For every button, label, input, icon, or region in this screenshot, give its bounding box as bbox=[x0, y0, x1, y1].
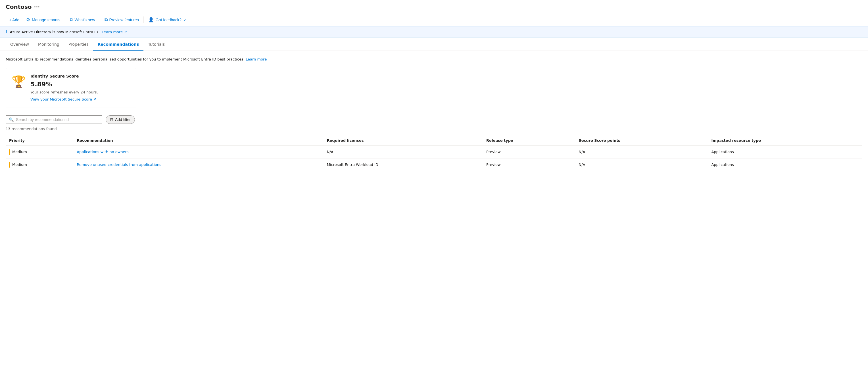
tab-overview[interactable]: Overview bbox=[6, 39, 33, 51]
app-title: Contoso ··· bbox=[6, 3, 862, 10]
whats-new-icon: ⧉ bbox=[70, 17, 73, 23]
score-content: Identity Secure Score 5.89% Your score r… bbox=[30, 74, 98, 101]
add-filter-label: Add filter bbox=[115, 117, 131, 122]
add-label: + Add bbox=[9, 18, 19, 22]
priority-bar bbox=[9, 162, 10, 168]
release-type-cell-1: Preview bbox=[483, 158, 575, 171]
secure-score-cell-0: N/A bbox=[575, 145, 708, 158]
col-release-type: Release type bbox=[483, 135, 575, 146]
required-licenses-cell-1: Microsoft Entra Workload ID bbox=[323, 158, 483, 171]
whats-new-button[interactable]: ⧉ What's new bbox=[66, 16, 98, 24]
tab-properties[interactable]: Properties bbox=[64, 39, 93, 51]
recommendations-table: Priority Recommendation Required license… bbox=[6, 135, 862, 171]
col-required-licenses: Required licenses bbox=[323, 135, 483, 146]
priority-bar bbox=[9, 149, 10, 155]
trophy-icon: 🏆 bbox=[12, 75, 26, 88]
view-secure-score-link[interactable]: View your Microsoft Secure Score ↗ bbox=[30, 97, 98, 101]
recommendations-table-container: Priority Recommendation Required license… bbox=[6, 135, 862, 171]
whats-new-label: What's new bbox=[75, 18, 95, 22]
got-feedback-button[interactable]: 👤 Got feedback? ∨ bbox=[145, 16, 189, 24]
filter-row: 🔍 ⊟ Add filter bbox=[6, 115, 862, 124]
manage-tenants-button[interactable]: ⚙ Manage tenants bbox=[23, 16, 64, 24]
toolbar-divider-1 bbox=[65, 17, 65, 23]
score-value: 5.89% bbox=[30, 81, 98, 88]
impacted-resource-cell-0: Applications bbox=[708, 145, 862, 158]
recommendation-cell-0: Applications with no owners bbox=[73, 145, 323, 158]
filter-icon: ⊟ bbox=[110, 117, 113, 122]
chevron-down-icon: ∨ bbox=[183, 18, 186, 22]
preview-features-button[interactable]: ⧉ Preview features bbox=[101, 16, 142, 24]
external-link-icon: ↗ bbox=[93, 97, 96, 101]
toolbar-divider-3 bbox=[144, 17, 144, 23]
release-type-cell-0: Preview bbox=[483, 145, 575, 158]
search-input[interactable] bbox=[16, 117, 95, 122]
results-count: 13 recommendations found bbox=[6, 127, 862, 131]
description-learn-more[interactable]: Learn more bbox=[246, 57, 267, 61]
tab-recommendations[interactable]: Recommendations bbox=[93, 39, 144, 51]
recommendation-cell-1: Remove unused credentials from applicati… bbox=[73, 158, 323, 171]
table-header: Priority Recommendation Required license… bbox=[6, 135, 862, 146]
tenant-name: Contoso bbox=[6, 3, 32, 10]
learn-more-label: Learn more bbox=[246, 57, 267, 61]
recommendation-link-1[interactable]: Remove unused credentials from applicati… bbox=[77, 162, 161, 167]
required-licenses-cell-0: N/A bbox=[323, 145, 483, 158]
secure-score-cell-1: N/A bbox=[575, 158, 708, 171]
score-refresh-text: Your score refreshes every 24 hours. bbox=[30, 90, 98, 94]
score-card: 🏆 Identity Secure Score 5.89% Your score… bbox=[6, 68, 136, 108]
manage-tenants-label: Manage tenants bbox=[32, 18, 60, 22]
table-row: Medium Applications with no owners N/A P… bbox=[6, 145, 862, 158]
impacted-resource-cell-1: Applications bbox=[708, 158, 862, 171]
priority-cell-0: Medium bbox=[6, 145, 73, 158]
info-banner-learn-more[interactable]: Learn more ↗ bbox=[102, 30, 127, 34]
toolbar: + Add ⚙ Manage tenants ⧉ What's new ⧉ Pr… bbox=[6, 13, 862, 26]
info-banner: ℹ Azure Active Directory is now Microsof… bbox=[0, 26, 868, 37]
manage-tenants-icon: ⚙ bbox=[26, 17, 30, 23]
preview-features-label: Preview features bbox=[110, 18, 139, 22]
tab-tutorials[interactable]: Tutorials bbox=[144, 39, 169, 51]
table-body: Medium Applications with no owners N/A P… bbox=[6, 145, 862, 171]
learn-more-label: Learn more bbox=[102, 30, 123, 34]
score-link-label: View your Microsoft Secure Score bbox=[30, 97, 92, 101]
add-button[interactable]: + Add bbox=[6, 16, 23, 24]
priority-label: Medium bbox=[12, 162, 27, 167]
more-options-icon[interactable]: ··· bbox=[34, 4, 40, 10]
got-feedback-label: Got feedback? bbox=[156, 18, 182, 22]
toolbar-divider-2 bbox=[100, 17, 100, 23]
description-text: Microsoft Entra ID recommendations ident… bbox=[6, 57, 245, 61]
info-icon: ℹ bbox=[6, 29, 8, 34]
col-secure-score: Secure Score points bbox=[575, 135, 708, 146]
feedback-icon: 👤 bbox=[148, 17, 154, 23]
nav-tabs: Overview Monitoring Properties Recommend… bbox=[0, 39, 868, 51]
priority-label: Medium bbox=[12, 150, 27, 154]
tab-monitoring[interactable]: Monitoring bbox=[33, 39, 64, 51]
col-recommendation: Recommendation bbox=[73, 135, 323, 146]
table-row: Medium Remove unused credentials from ap… bbox=[6, 158, 862, 171]
score-title: Identity Secure Score bbox=[30, 74, 98, 79]
priority-cell-1: Medium bbox=[6, 158, 73, 171]
col-impacted-resource: Impacted resource type bbox=[708, 135, 862, 146]
page-description: Microsoft Entra ID recommendations ident… bbox=[6, 57, 862, 62]
recommendation-link-0[interactable]: Applications with no owners bbox=[77, 150, 129, 154]
col-priority: Priority bbox=[6, 135, 73, 146]
preview-features-icon: ⧉ bbox=[104, 17, 107, 23]
info-banner-text: Azure Active Directory is now Microsoft … bbox=[10, 30, 99, 34]
search-icon: 🔍 bbox=[9, 117, 13, 122]
external-link-icon: ↗ bbox=[124, 30, 127, 34]
add-filter-button[interactable]: ⊟ Add filter bbox=[106, 115, 135, 124]
search-box[interactable]: 🔍 bbox=[6, 115, 102, 124]
